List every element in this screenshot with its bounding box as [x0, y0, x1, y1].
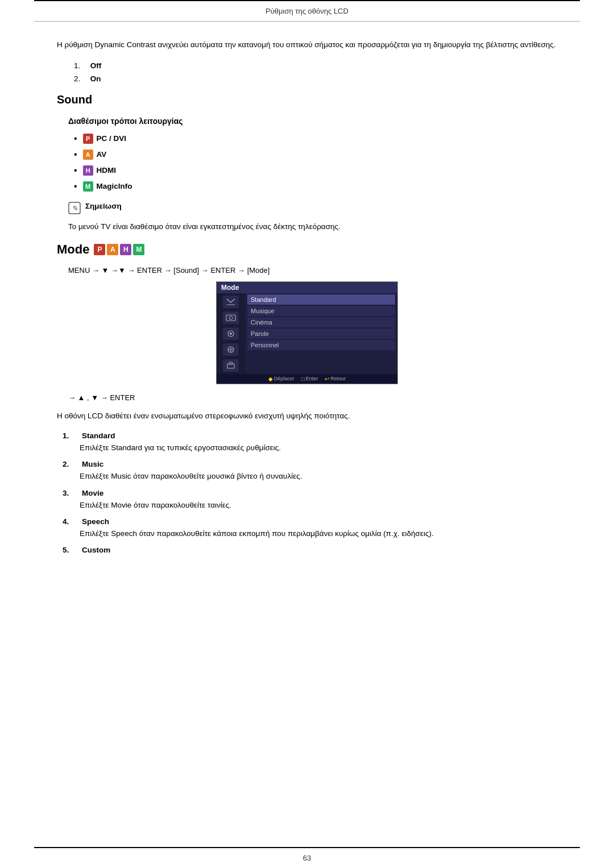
sidebar-icon-1	[223, 296, 239, 308]
footer-enter: □ Enter	[301, 376, 318, 382]
item-movie-bold: Movie	[82, 489, 103, 497]
menu-title-bar: Mode	[217, 282, 397, 293]
note-box: ✎ Σημείωση	[68, 202, 557, 214]
icon-p: P	[83, 134, 93, 144]
off-on-list: 1. Off 2. On	[74, 61, 557, 83]
mode-badges: P A H M	[94, 244, 144, 255]
list-item-off: 1. Off	[74, 61, 557, 70]
menu-body: Standard Musique Cinéma Parole Personnel	[217, 293, 397, 374]
footer-deplacer: ◆ Déplacer	[268, 376, 294, 382]
page-header: Ρύθμιση της οθόνης LCD	[34, 1, 580, 22]
off-label: Off	[90, 61, 102, 70]
bullet-hdmi: • H HDMI	[74, 165, 557, 176]
bullet-magicinfo: • M MagicInfo	[74, 181, 557, 192]
mode-badge-a: A	[107, 244, 118, 255]
menu-option-cinema[interactable]: Cinéma	[247, 317, 395, 327]
item-speech-desc: Επιλέξτε Speech όταν παρακολουθείτε κάπο…	[80, 528, 557, 539]
sidebar-icon-5	[223, 359, 239, 372]
menu-screenshot: Mode	[216, 281, 398, 384]
sound-heading: Sound	[57, 93, 557, 106]
menu-option-musique[interactable]: Musique	[247, 306, 395, 316]
mode-badge-h: H	[120, 244, 131, 255]
sound-sub-heading: Διαθέσιμοι τρόποι λειτουργίας	[68, 117, 557, 126]
menu-options: Standard Musique Cinéma Parole Personnel	[245, 293, 397, 374]
header-title: Ρύθμιση της οθόνης LCD	[265, 7, 349, 15]
svg-point-6	[230, 333, 232, 335]
note-description: Το μενού TV είναι διαθέσιμο όταν είναι ε…	[68, 222, 557, 231]
bullet-pc-dvi: • P PC / DVI	[74, 134, 557, 144]
arrow-note: → ▲ , ▼ → ENTER	[68, 393, 557, 402]
item-music-bold: Music	[82, 460, 103, 468]
mode-badge-p: P	[94, 244, 105, 255]
bullet-av: • A AV	[74, 149, 557, 160]
note-icon: ✎	[68, 202, 81, 214]
menu-option-parole[interactable]: Parole	[247, 329, 395, 339]
intro-paragraph: Η ρύθμιση Dynamic Contrast ανιχνεύει αυτ…	[57, 39, 557, 51]
icon-m: M	[83, 181, 93, 192]
menu-title: Mode	[221, 284, 239, 292]
sidebar-icon-3	[223, 327, 239, 340]
icon-h: H	[83, 165, 93, 176]
item-standard-bold: Standard	[82, 431, 115, 440]
item-custom-bold: Custom	[82, 546, 110, 554]
mode-label-magicinfo: MagicInfo	[97, 182, 132, 190]
menu-image: Mode	[216, 281, 398, 384]
mode-heading: Mode P A H M	[57, 242, 557, 257]
icon-a: A	[83, 149, 93, 160]
detail-item-speech: 4. Speech Επιλέξτε Speech όταν παρακολου…	[63, 517, 557, 539]
svg-text:✎: ✎	[72, 204, 78, 213]
item-speech-bold: Speech	[82, 517, 109, 526]
mode-bullet-list: • P PC / DVI • A AV • H HDMI • M MagicIn…	[74, 134, 557, 192]
menu-option-personnel[interactable]: Personnel	[247, 340, 395, 350]
list-item-on: 2. On	[74, 74, 557, 83]
on-label: On	[90, 74, 101, 83]
item-movie-desc: Επιλέξτε Movie όταν παρακολουθείτε ταινί…	[80, 500, 557, 511]
svg-point-4	[229, 316, 233, 319]
sidebar-icon-2	[223, 312, 239, 324]
mode-title: Mode	[57, 242, 89, 257]
menu-option-standard[interactable]: Standard	[247, 294, 395, 305]
detail-item-custom: 5. Custom	[63, 545, 557, 554]
item-music-desc: Επιλέξτε Music όταν παρακολουθείτε μουσι…	[80, 471, 557, 482]
menu-footer: ◆ Déplacer □ Enter ↩ Retour	[217, 374, 397, 384]
detail-item-standard: 1. Standard Επιλέξτε Standard για τις τυ…	[63, 431, 557, 454]
item-standard-desc: Επιλέξτε Standard για τις τυπικές εργοστ…	[80, 442, 557, 454]
page-footer: 63	[0, 848, 614, 868]
sidebar-icon-4	[223, 343, 239, 356]
menu-path: MENU → ▼ →▼ → ENTER → [Sound] → ENTER → …	[68, 266, 557, 275]
page-number: 63	[303, 854, 311, 862]
detail-item-music: 2. Music Επιλέξτε Music όταν παρακολουθε…	[63, 459, 557, 482]
footer-retour: ↩ Retour	[325, 376, 346, 382]
detail-list: 1. Standard Επιλέξτε Standard για τις τυ…	[63, 431, 557, 554]
main-content: Η ρύθμιση Dynamic Contrast ανιχνεύει αυτ…	[0, 22, 614, 847]
mode-badge-m: M	[133, 244, 144, 255]
menu-sidebar	[217, 293, 245, 374]
note-label: Σημείωση	[85, 202, 122, 210]
mode-label-av: AV	[97, 150, 107, 159]
mode-label-pc: PC / DVI	[97, 134, 127, 143]
mode-label-hdmi: HDMI	[97, 166, 117, 175]
body-text: Η οθόνη LCD διαθέτει έναν ενσωματωμένο σ…	[57, 410, 557, 422]
detail-item-movie: 3. Movie Επιλέξτε Movie όταν παρακολουθε…	[63, 488, 557, 511]
